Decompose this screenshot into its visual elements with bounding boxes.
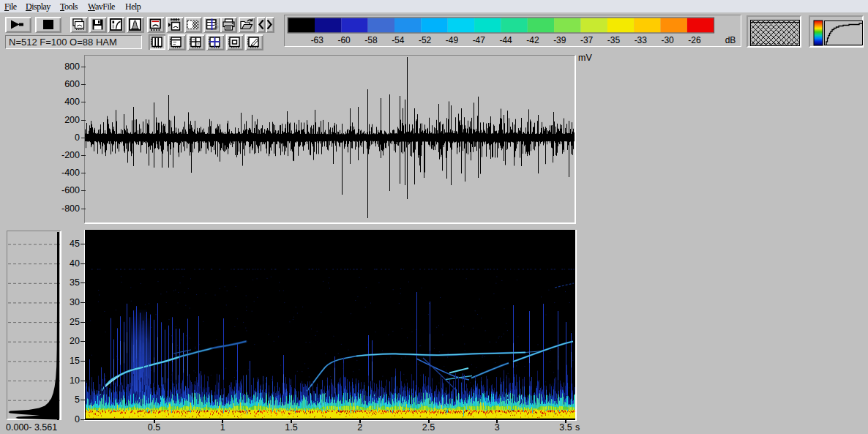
svg-text:S: S — [213, 21, 218, 30]
